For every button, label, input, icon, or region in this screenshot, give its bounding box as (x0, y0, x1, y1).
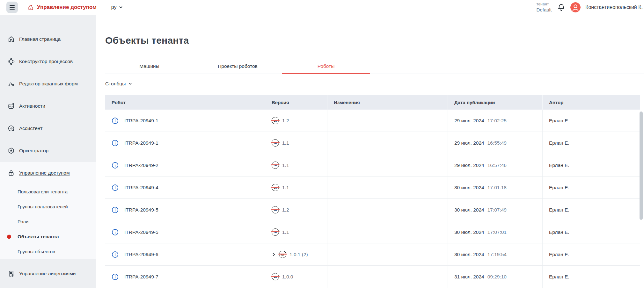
main-content: Объекты тенанта Машины Проекты роботов Р… (96, 15, 644, 288)
chevron-right-icon (272, 252, 276, 257)
info-icon[interactable] (112, 251, 119, 258)
sidebar-subitem-roles[interactable]: Роли (0, 214, 96, 229)
home-icon (8, 36, 15, 43)
tab-robot-projects[interactable]: Проекты роботов (194, 59, 282, 74)
ui-version-icon: UI (272, 162, 279, 169)
ui-version-icon: UI (272, 206, 279, 213)
sidebar-item-access-management[interactable]: Управление доступом (0, 162, 96, 184)
sidebar-item-screen-forms-editor[interactable]: Редактор экранных форм (0, 73, 96, 95)
author-cell: Ерлан Е. (543, 110, 640, 132)
author-cell: Ерлан Е. (543, 199, 640, 221)
publish-date: 31 июл. 2024 (454, 274, 484, 280)
robot-name: ITRPA-20949-7 (124, 274, 158, 280)
assistant-icon (8, 125, 15, 132)
chevron-down-icon (119, 5, 123, 9)
table-row[interactable]: ITRPA-20949-4 UI 1.1 30 июл. 2024 17:01:… (105, 176, 640, 199)
publish-date: 29 июл. 2024 (454, 162, 484, 168)
sidebar-item-label: Ассистент (19, 125, 78, 132)
version-value[interactable]: 1.1 (282, 229, 289, 235)
app-logo[interactable]: Управление доступом (27, 4, 97, 11)
info-icon[interactable] (112, 117, 119, 124)
user-name[interactable]: Константинопольский К. (585, 4, 643, 10)
publish-time: 16:57:46 (487, 162, 507, 168)
sidebar-subitem-tenant-objects[interactable]: Объекты тенанта (0, 229, 96, 244)
chevron-down-icon (128, 82, 132, 86)
sidebar-item-process-constructor[interactable]: Конструктор процессов (0, 50, 96, 73)
publish-date: 30 июл. 2024 (454, 207, 484, 213)
tenant-label: тенант (537, 2, 552, 7)
activities-icon (8, 103, 15, 110)
robot-name: ITRPA-20949-2 (124, 162, 158, 168)
robot-name: ITRPA-20949-6 (124, 252, 158, 257)
column-header-version: Версия (265, 95, 327, 110)
version-value[interactable]: 1.1 (282, 140, 289, 146)
table-row[interactable]: ITRPA-20949-5 UI 1.1 30 июл. 2024 17:07:… (105, 221, 640, 243)
robot-name: ITRPA-20949-1 (124, 140, 158, 146)
changes-cell (327, 132, 448, 154)
info-icon[interactable] (112, 184, 119, 191)
sidebar-item-label: Оркестратор (19, 148, 78, 154)
language-selector[interactable]: ру (111, 4, 123, 10)
sidebar-item-orchestrator[interactable]: Оркестратор (0, 140, 96, 162)
notifications-button[interactable] (557, 3, 566, 12)
info-icon[interactable] (112, 273, 119, 280)
sidebar-subitem-user-groups[interactable]: Группы пользователей (0, 199, 96, 214)
bell-icon (557, 3, 566, 12)
info-icon[interactable] (112, 162, 119, 169)
columns-dropdown-label: Столбцы (105, 81, 126, 87)
table-row[interactable]: ITRPA-20949-5 UI 1.2 30 июл. 2024 17:07:… (105, 199, 640, 221)
tab-robots[interactable]: Роботы (282, 59, 370, 74)
version-value[interactable]: 1.2 (282, 207, 289, 213)
robot-name: ITRPA-20949-4 (124, 185, 158, 191)
author-cell: Ерлан Е. (543, 266, 640, 288)
version-value[interactable]: 1.1 (282, 185, 289, 191)
sidebar-subitem-tenant-users[interactable]: Пользователи тенанта (0, 184, 96, 199)
sidebar-section-licenses: Управление лицензиями (0, 259, 96, 288)
version-value[interactable]: 1.0.0 (282, 274, 293, 280)
vertical-scrollbar[interactable] (640, 112, 643, 220)
user-avatar[interactable] (570, 2, 581, 12)
changes-cell (327, 176, 448, 198)
publish-time: 17:07:01 (487, 229, 507, 235)
hamburger-menu-button[interactable] (6, 2, 18, 13)
sidebar-subitem-object-groups[interactable]: Группы объектов (0, 244, 96, 259)
sidebar-item-assistant[interactable]: Ассистент (0, 117, 96, 140)
sidebar-item-home[interactable]: Главная страница (0, 28, 96, 50)
publish-time: 17:01:18 (487, 185, 507, 191)
changes-cell (327, 154, 448, 176)
info-icon[interactable] (112, 206, 119, 213)
columns-dropdown-button[interactable]: Столбцы (105, 81, 132, 87)
publish-time: 17:19:54 (487, 252, 507, 257)
tab-machines[interactable]: Машины (105, 59, 194, 74)
version-value[interactable]: 1.1 (282, 162, 289, 168)
screen-forms-editor-icon (8, 80, 15, 87)
license-icon (8, 270, 15, 277)
tenant-value: Default (537, 7, 552, 13)
ui-version-icon: UI (272, 228, 279, 236)
publish-date: 29 июл. 2024 (454, 118, 484, 124)
sidebar-item-label: Управление лицензиями (19, 270, 78, 277)
process-constructor-icon (8, 58, 15, 65)
ui-version-icon: UI (272, 273, 279, 280)
table-row[interactable]: ITRPA-20949-1 UI 1.2 29 июл. 2024 17:02:… (105, 110, 640, 132)
sidebar-item-label: Главная страница (19, 36, 78, 42)
table-row[interactable]: ITRPA-20949-7 UI 1.0.0 31 июл. 2024 09:2… (105, 266, 640, 288)
sidebar-section-access: Управление доступом Пользователи тенанта… (0, 162, 96, 259)
info-icon[interactable] (112, 229, 119, 236)
version-value[interactable]: 1.0.1 (2) (289, 252, 308, 257)
sidebar-subitem-label: Группы объектов (18, 249, 55, 254)
expand-row-button[interactable] (272, 252, 276, 257)
table-row[interactable]: ITRPA-20949-1 UI 1.1 29 июл. 2024 16:55:… (105, 132, 640, 154)
table-row[interactable]: ITRPA-20949-2 UI 1.1 29 июл. 2024 16:57:… (105, 154, 640, 176)
version-value[interactable]: 1.2 (282, 118, 289, 124)
sidebar-section-main: Главная страница Конструктор процессов Р… (0, 15, 96, 162)
tenant-info: тенант Default (537, 2, 552, 13)
table-row[interactable]: ITRPA-20949-6 UI 1.0.1 (2) 30 июл. 2024 … (105, 243, 640, 266)
sidebar-item-activities[interactable]: Активности (0, 95, 96, 117)
page-title: Объекты тенанта (105, 35, 644, 46)
sidebar-item-license-management[interactable]: Управление лицензиями (0, 263, 96, 285)
column-header-author: Автор (543, 95, 640, 110)
sidebar-item-label: Активности (19, 103, 78, 109)
ui-version-icon: UI (272, 117, 279, 124)
info-icon[interactable] (112, 140, 119, 147)
